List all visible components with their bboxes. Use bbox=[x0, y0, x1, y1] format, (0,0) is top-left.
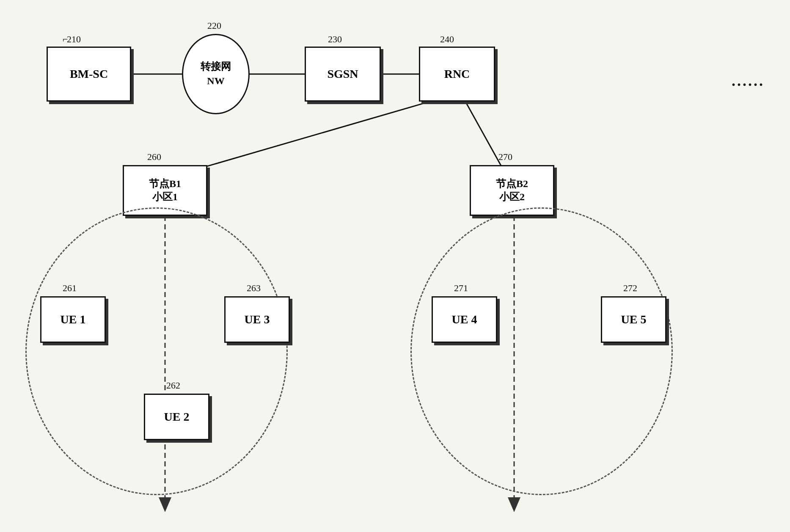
svg-marker-6 bbox=[159, 497, 171, 512]
ue1-ref: 261 bbox=[63, 283, 77, 294]
ue3-ref: 263 bbox=[247, 283, 261, 294]
ue2-ref: 262 bbox=[166, 380, 180, 391]
transit-nw-label: 转接网 NW bbox=[201, 60, 231, 88]
nodeb2-label: 节点B2 小区2 bbox=[496, 177, 528, 204]
bmsc-box: BM-SC bbox=[47, 47, 131, 102]
ue2-box: UE 2 bbox=[144, 394, 209, 440]
transit-nw-box: 转接网 NW bbox=[182, 34, 250, 114]
ue4-ref: 271 bbox=[454, 283, 468, 294]
ue3-label: UE 3 bbox=[245, 312, 270, 327]
ue5-box: UE 5 bbox=[601, 296, 666, 343]
bmsc-label: BM-SC bbox=[70, 66, 108, 82]
ue1-box: UE 1 bbox=[40, 296, 106, 343]
continuation-dots: ...... bbox=[732, 72, 765, 90]
ue2-label: UE 2 bbox=[164, 409, 190, 424]
svg-marker-8 bbox=[508, 497, 520, 512]
cell1-boundary bbox=[25, 207, 288, 495]
ue4-box: UE 4 bbox=[432, 296, 497, 343]
sgsn-ref: 230 bbox=[328, 34, 342, 45]
ue3-box: UE 3 bbox=[224, 296, 290, 343]
diagram: BM-SC 210 ⌐ 转接网 NW 220 SGSN 230 RNC 240 … bbox=[0, 0, 790, 532]
rnc-ref: 240 bbox=[440, 34, 454, 45]
sgsn-box: SGSN bbox=[305, 47, 381, 102]
bmsc-ref: 210 bbox=[67, 34, 81, 45]
transit-nw-ref: 220 bbox=[207, 20, 221, 31]
cell2-boundary bbox=[410, 207, 673, 495]
ue4-label: UE 4 bbox=[452, 312, 477, 327]
rnc-box: RNC bbox=[419, 47, 495, 102]
nodeb1-ref: 260 bbox=[147, 152, 161, 163]
ue5-ref: 272 bbox=[623, 283, 637, 294]
bmsc-ref-arrow: ⌐ bbox=[63, 34, 68, 45]
nodeb2-ref: 270 bbox=[498, 152, 512, 163]
ue5-label: UE 5 bbox=[621, 312, 647, 327]
ue1-label: UE 1 bbox=[61, 312, 86, 327]
sgsn-label: SGSN bbox=[327, 66, 358, 82]
nodeb1-label: 节点B1 小区1 bbox=[149, 177, 181, 204]
rnc-label: RNC bbox=[444, 66, 470, 82]
